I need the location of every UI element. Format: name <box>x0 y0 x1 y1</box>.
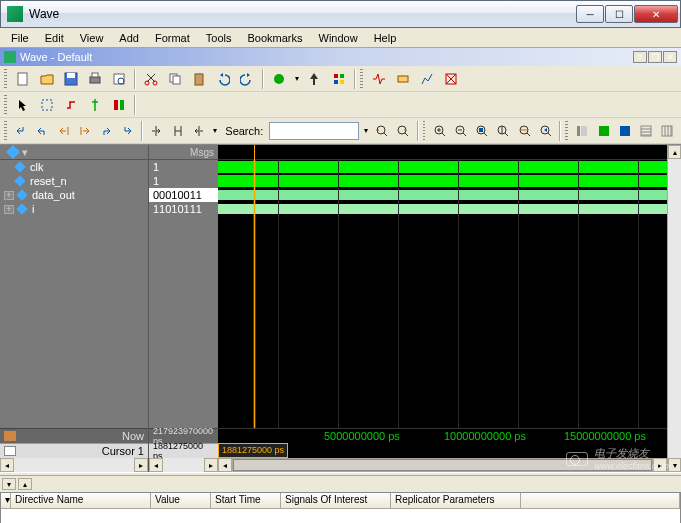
col-rep[interactable]: Replicator Parameters <box>391 493 521 508</box>
undo-button[interactable] <box>212 68 234 90</box>
scroll-down-button[interactable]: ▾ <box>668 458 681 472</box>
menu-bookmarks[interactable]: Bookmarks <box>240 30 309 46</box>
vertical-scrollbar[interactable]: ▴ ▾ <box>667 145 681 472</box>
next-falling-button[interactable] <box>118 120 137 142</box>
signal-row-i[interactable]: +i <box>0 202 148 216</box>
menu-window[interactable]: Window <box>312 30 365 46</box>
col-name[interactable]: Directive Name <box>11 493 151 508</box>
menu-file[interactable]: File <box>4 30 36 46</box>
layout-2-button[interactable] <box>594 120 613 142</box>
cursor-row[interactable]: Cursor 1 <box>0 443 148 458</box>
print-button[interactable] <box>84 68 106 90</box>
doc-help-button[interactable]: ? <box>633 51 647 63</box>
menu-edit[interactable]: Edit <box>38 30 71 46</box>
transition-prev-button[interactable] <box>147 120 166 142</box>
edge-button[interactable] <box>60 94 82 116</box>
new-button[interactable] <box>12 68 34 90</box>
run-button[interactable] <box>268 68 290 90</box>
expand-icon[interactable]: + <box>4 191 14 200</box>
zoom-cursor-button[interactable] <box>494 120 513 142</box>
signal-row-dataout[interactable]: +data_out <box>0 188 148 202</box>
scroll-up-button[interactable]: ▴ <box>668 145 681 159</box>
search-input[interactable] <box>269 122 359 140</box>
doc-close-button[interactable]: ✕ <box>663 51 677 63</box>
menu-view[interactable]: View <box>73 30 111 46</box>
next-rising-button[interactable] <box>96 120 115 142</box>
doc-restore-button[interactable]: ❐ <box>648 51 662 63</box>
scroll-left-button[interactable]: ◂ <box>149 458 163 472</box>
transition-dropdown[interactable]: ▾ <box>210 120 219 142</box>
directive-body[interactable] <box>1 509 680 523</box>
value-row[interactable]: 11010111 <box>149 202 218 216</box>
layout-4-button[interactable] <box>637 120 656 142</box>
prev-falling-button[interactable] <box>12 120 31 142</box>
search-dropdown[interactable]: ▾ <box>361 120 370 142</box>
value-row[interactable]: 1 <box>149 160 218 174</box>
zoom-full-button[interactable] <box>473 120 492 142</box>
col-soi[interactable]: Signals Of Interest <box>281 493 391 508</box>
signal-row-reset[interactable]: reset_n <box>0 174 148 188</box>
panel-btn-2[interactable]: ▴ <box>18 478 32 490</box>
redo-button[interactable] <box>236 68 258 90</box>
menu-help[interactable]: Help <box>367 30 404 46</box>
toolbar-grip[interactable] <box>4 121 7 141</box>
wave-tool-2[interactable] <box>392 68 414 90</box>
close-button[interactable]: ✕ <box>634 5 678 23</box>
preview-button[interactable] <box>108 68 130 90</box>
layout-5-button[interactable] <box>658 120 677 142</box>
scroll-right-button[interactable]: ▸ <box>204 458 218 472</box>
scroll-left-button[interactable]: ◂ <box>218 458 232 472</box>
paste-button[interactable] <box>188 68 210 90</box>
wave-tool-1[interactable] <box>368 68 390 90</box>
open-button[interactable] <box>36 68 58 90</box>
prev-edge-button[interactable] <box>54 120 73 142</box>
run-dropdown[interactable]: ▾ <box>292 68 302 90</box>
cursor-line[interactable] <box>254 145 255 428</box>
cut-button[interactable] <box>140 68 162 90</box>
panel-btn-1[interactable]: ▾ <box>2 478 16 490</box>
next-edge-button[interactable] <box>75 120 94 142</box>
scroll-left-button[interactable]: ◂ <box>0 458 14 472</box>
prev-rising-button[interactable] <box>33 120 52 142</box>
zoom-out-button[interactable] <box>451 120 470 142</box>
copy-button[interactable] <box>164 68 186 90</box>
options-button[interactable] <box>328 68 350 90</box>
maximize-button[interactable]: ☐ <box>605 5 633 23</box>
transition-next-button[interactable] <box>189 120 208 142</box>
toolbar-grip[interactable] <box>360 69 363 89</box>
value-row[interactable]: 1 <box>149 174 218 188</box>
find-button[interactable] <box>304 68 326 90</box>
search-prev-button[interactable] <box>372 120 391 142</box>
cursor-button[interactable] <box>84 94 106 116</box>
scroll-right-button[interactable]: ▸ <box>653 458 667 472</box>
save-button[interactable] <box>60 68 82 90</box>
toolbar-grip[interactable] <box>4 95 7 115</box>
zoom-range-button[interactable] <box>515 120 534 142</box>
waveform-area[interactable]: 5000000000 ps 10000000000 ps 15000000000… <box>218 145 667 472</box>
toolbar-grip[interactable] <box>4 69 7 89</box>
transition-center-button[interactable] <box>168 120 187 142</box>
value-row[interactable]: 00010011 <box>149 188 218 202</box>
scroll-right-button[interactable]: ▸ <box>134 458 148 472</box>
select-button[interactable] <box>36 94 58 116</box>
scroll-thumb[interactable] <box>233 459 652 471</box>
layout-3-button[interactable] <box>615 120 634 142</box>
expand-icon[interactable]: + <box>4 205 14 214</box>
col-value[interactable]: Value <box>151 493 211 508</box>
wave-tool-3[interactable] <box>416 68 438 90</box>
col-start[interactable]: Start Time <box>211 493 281 508</box>
pointer-button[interactable] <box>12 94 34 116</box>
signal-row-clk[interactable]: clk <box>0 160 148 174</box>
toolbar-grip[interactable] <box>423 121 426 141</box>
menu-tools[interactable]: Tools <box>199 30 239 46</box>
menu-format[interactable]: Format <box>148 30 197 46</box>
menu-add[interactable]: Add <box>112 30 146 46</box>
collapse-button[interactable]: ▾ <box>1 493 11 508</box>
search-next-button[interactable] <box>393 120 412 142</box>
toggle-button[interactable] <box>108 94 130 116</box>
wave-hscroll[interactable]: ◂ ▸ <box>218 458 667 472</box>
layout-1-button[interactable] <box>573 120 592 142</box>
toolbar-grip[interactable] <box>565 121 568 141</box>
wave-tool-4[interactable] <box>440 68 462 90</box>
zoom-in-button[interactable] <box>430 120 449 142</box>
